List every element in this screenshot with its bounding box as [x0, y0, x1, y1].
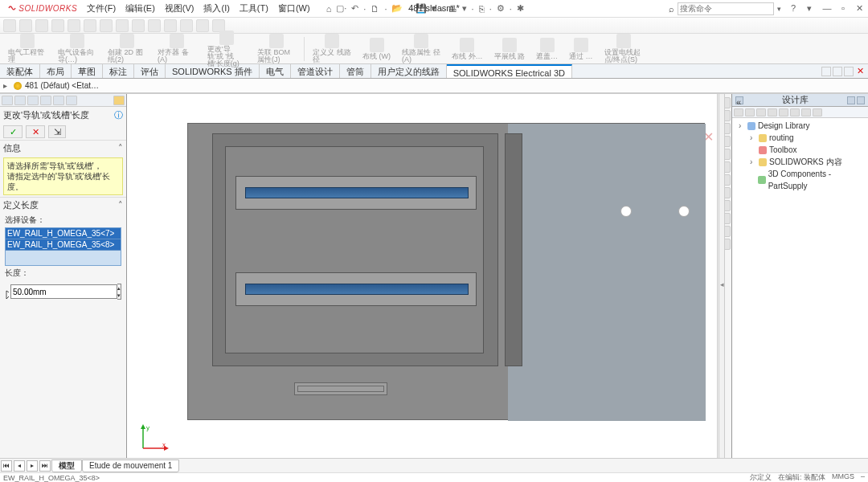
top-icon-6[interactable]: 📂 — [391, 3, 403, 14]
lib-tb-4[interactable] — [779, 108, 788, 116]
spin-up-icon[interactable]: ▴ — [117, 284, 121, 292]
lib-hdr-left-icon[interactable]: « — [735, 96, 743, 104]
tab-0[interactable]: 装配体 — [0, 64, 40, 78]
tab-5[interactable]: SOLIDWORKS 插件 — [166, 64, 260, 78]
right-flyout-handle[interactable]: ◂ — [719, 94, 725, 466]
ribbon-item-6[interactable]: 定义义 线路径 — [309, 34, 354, 63]
menu-0[interactable]: 文件(F) — [82, 2, 121, 14]
top-icon-14[interactable]: ⎘ — [479, 4, 485, 14]
ribbon-item-13[interactable]: 设置电线起点/终点(S) — [601, 34, 646, 63]
qa-icon-6[interactable] — [100, 19, 113, 32]
restore-icon[interactable]: ▫ — [837, 3, 849, 14]
model-plate[interactable] — [187, 123, 705, 420]
cancel-button[interactable]: ✕ — [26, 125, 45, 138]
spin-down-icon[interactable]: ▾ — [117, 292, 121, 299]
tab-4[interactable]: 评估 — [134, 64, 166, 78]
tab-6[interactable]: 电气 — [260, 64, 291, 78]
qa-icon-8[interactable] — [132, 19, 145, 32]
top-icon-0[interactable]: ⌂ — [326, 4, 332, 14]
qa-icon-0[interactable] — [3, 19, 16, 32]
tree-node-3[interactable]: ›SOLIDWORKS 内容 — [735, 156, 865, 168]
ribbon-item-0[interactable]: 电气工程管理 — [5, 34, 50, 63]
length-spinner[interactable]: ▴ ▾ — [117, 284, 121, 300]
tree-node-0[interactable]: ›Design Library — [735, 120, 865, 132]
help-icon[interactable]: ? — [788, 3, 799, 14]
chevron-up-icon[interactable]: ˄ — [118, 143, 123, 153]
length-input[interactable] — [10, 284, 117, 299]
config-triangle-icon[interactable]: ▸ — [3, 81, 7, 90]
ok-button[interactable]: ✓ — [3, 125, 23, 138]
ribbon-item-2[interactable]: 创建 2D 图纸(2) — [104, 34, 149, 63]
tab-7[interactable]: 管道设计 — [291, 64, 340, 78]
btm-nav-2[interactable]: ▸ — [27, 460, 38, 472]
top-icon-12[interactable]: ▾ — [462, 3, 467, 14]
lib-tb-5[interactable] — [790, 108, 800, 116]
panel-tab-1[interactable] — [2, 96, 13, 105]
qa-icon-10[interactable] — [164, 19, 177, 32]
panel-tab-4[interactable] — [40, 96, 51, 105]
tab-8[interactable]: 管筒 — [340, 64, 371, 78]
panel-tab-3[interactable] — [27, 96, 39, 105]
tab-3[interactable]: 标注 — [103, 64, 134, 78]
section-length[interactable]: 定义长度˄ — [0, 197, 126, 213]
search-input[interactable] — [678, 2, 774, 15]
pin-button[interactable]: ⇲ — [48, 125, 66, 138]
btm-nav-0[interactable]: ⏮ — [1, 460, 12, 472]
lib-tb-3[interactable] — [768, 108, 777, 116]
tab-ctl-2[interactable] — [833, 67, 842, 76]
top-icon-1[interactable]: ▢· — [336, 3, 346, 14]
ribbon-item-7[interactable]: 布线 (W) — [359, 38, 394, 60]
lib-tb-0[interactable] — [734, 108, 743, 116]
panel-tab-cube[interactable] — [113, 96, 125, 105]
tab-ctl-1[interactable] — [821, 67, 831, 76]
menu-2[interactable]: 视图(V) — [160, 2, 199, 14]
lib-tb-7[interactable] — [813, 108, 822, 116]
qa-icon-7[interactable] — [116, 19, 129, 32]
rail-2[interactable] — [245, 284, 469, 295]
btm-tab-0[interactable]: 模型 — [51, 460, 82, 472]
ribbon-item-5[interactable]: 关联 BOM 属性(J) — [254, 34, 299, 63]
qa-icon-1[interactable] — [19, 19, 32, 32]
top-icon-4[interactable]: 🗋 — [371, 4, 379, 14]
search-dropdown-icon[interactable]: ▾ — [777, 5, 781, 13]
top-icon-16[interactable]: ⚙ — [497, 3, 505, 14]
tab-ctl-4[interactable]: ✕ — [855, 67, 865, 76]
info-icon[interactable]: ⓘ — [114, 109, 123, 121]
panel-tab-6[interactable] — [66, 96, 77, 105]
menu-1[interactable]: 编辑(E) — [121, 2, 160, 14]
ribbon-item-12[interactable]: 通过 … — [566, 38, 596, 60]
tab-10[interactable]: SOLIDWORKS Electrical 3D — [447, 64, 572, 78]
lib-hdr-pin-icon[interactable] — [847, 96, 855, 104]
top-icon-2[interactable]: ↶ — [351, 3, 358, 14]
config-label[interactable]: 481 (Défaut) <Etat… — [25, 81, 99, 90]
lib-tb-6[interactable] — [801, 108, 811, 116]
menu-4[interactable]: 工具(T) — [235, 2, 273, 14]
ribbon-item-4[interactable]: 更改'导轨'或 '线槽'长度(g) — [204, 31, 249, 67]
selection-list[interactable]: EW_RAIL_H_OMEGA_35<7>EW_RAIL_H_OMEGA_35<… — [5, 227, 121, 266]
viewport[interactable]: ✓ ✕ y x *前视 — [127, 94, 717, 471]
tab-9[interactable]: 用户定义的线路 — [371, 64, 447, 78]
tree-twisty-1[interactable]: › — [750, 132, 756, 144]
tree-node-2[interactable]: Toolbox — [735, 144, 865, 156]
ribbon-item-3[interactable]: 对齐器 备(A) — [154, 34, 199, 63]
section-info[interactable]: 信息˄ — [0, 140, 126, 156]
chevron-up-icon-2[interactable]: ˄ — [118, 200, 123, 210]
caret-icon[interactable]: ▾ — [804, 3, 815, 14]
qa-icon-3[interactable] — [51, 19, 64, 32]
tree-node-1[interactable]: ›routing — [735, 132, 865, 144]
qa-icon-11[interactable] — [180, 19, 193, 32]
tree-node-4[interactable]: 3D Components - PartSupply — [735, 168, 865, 192]
lib-tb-2[interactable] — [756, 108, 766, 116]
tab-ctl-3[interactable] — [844, 67, 854, 76]
ribbon-item-10[interactable]: 平展线 路 — [491, 38, 529, 60]
btm-nav-3[interactable]: ⏭ — [39, 460, 51, 472]
tree-twisty-0[interactable]: › — [739, 120, 745, 132]
qa-icon-5[interactable] — [84, 19, 96, 32]
close-icon[interactable]: ✕ — [854, 3, 865, 14]
lib-tb-1[interactable] — [745, 108, 755, 116]
sel-item-0[interactable]: EW_RAIL_H_OMEGA_35<7> — [6, 228, 121, 239]
qa-icon-9[interactable] — [148, 19, 161, 32]
menu-5[interactable]: 窗口(W) — [273, 2, 315, 14]
lib-hdr-menu-icon[interactable] — [857, 96, 865, 104]
tab-2[interactable]: 草图 — [72, 64, 103, 78]
